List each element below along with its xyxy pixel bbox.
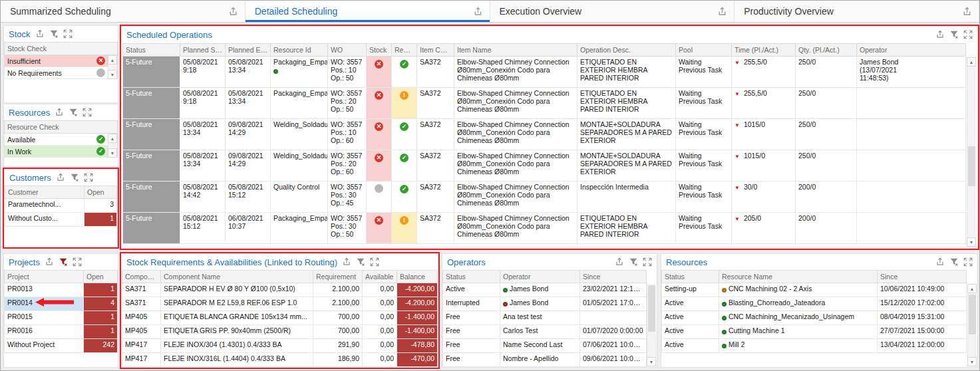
scroll-track[interactable]	[108, 64, 117, 70]
resource-row[interactable]: Active Mill 2 13/04/2021 12:00:00	[662, 339, 967, 353]
resource-status-cell[interactable]: Active	[662, 325, 719, 339]
pool-cell[interactable]: Waiting Previous Task	[676, 57, 732, 88]
column-header[interactable]: Open	[84, 186, 117, 199]
scroll-thumb[interactable]	[969, 295, 976, 334]
qty-cell[interactable]: 250/0	[796, 88, 857, 119]
qty-cell[interactable]: 200/0	[796, 213, 857, 244]
component-name-cell[interactable]: ETIQUETA BLANCA GRANDE 105x134 mm...	[161, 311, 313, 325]
resource-indicator-cell[interactable]	[392, 213, 417, 244]
expand-icon[interactable]	[73, 257, 82, 267]
requirement-cell[interactable]: 291,90	[313, 339, 363, 353]
scroll-up-button[interactable]	[108, 134, 117, 143]
available-cell[interactable]: 0,00	[363, 339, 397, 353]
filter-icon[interactable]	[59, 257, 68, 267]
scroll-thumb[interactable]	[968, 146, 975, 186]
column-header[interactable]: Resource Name	[719, 271, 878, 283]
stock-requirement-row[interactable]: SA371 SEPARADOR H EV Ø 80 Y Ø100 (0,5x10…	[122, 283, 438, 297]
customer-name-cell[interactable]: Parametechnol...	[5, 199, 84, 213]
project-row[interactable]: Without Project 242	[5, 339, 118, 353]
stock-indicator-cell[interactable]	[367, 182, 392, 213]
resource-since-cell[interactable]: 15/12/2020 17:02:00	[878, 297, 967, 311]
item-code-cell[interactable]: SA372	[417, 88, 454, 119]
pool-cell[interactable]: Waiting Previous Task	[676, 182, 732, 213]
resource-since-cell[interactable]: 10/06/2021 10:49:00	[878, 283, 967, 297]
project-name-cell[interactable]: PR0013	[5, 283, 84, 297]
column-header[interactable]: Operator	[857, 44, 966, 57]
resource-name-cell[interactable]: CNC Machining 02 - 2 Axis	[719, 283, 878, 297]
operator-status-cell[interactable]: Free	[443, 325, 500, 339]
status-cell[interactable]: 5-Future	[123, 182, 180, 213]
balance-cell[interactable]: -4.200,00	[397, 283, 438, 297]
operator-since-cell[interactable]	[580, 311, 647, 325]
expand-icon[interactable]	[82, 108, 92, 117]
expand-icon[interactable]	[370, 257, 379, 267]
customer-row[interactable]: Parametechnol... 3	[5, 199, 117, 213]
expand-icon[interactable]	[63, 29, 73, 39]
wo-cell[interactable]: WO: 3557 Pos.: 30 Op.: 50	[328, 213, 367, 244]
operation-desc-cell[interactable]: MONTAJE+SOLDADURA SEPARADORES M A PARED …	[577, 119, 676, 150]
scroll-up-button[interactable]	[967, 284, 977, 293]
resource-status-cell[interactable]: Active	[662, 339, 719, 353]
operator-since-cell[interactable]: 01/07/2020 0:00:00	[580, 325, 647, 339]
resource-status-cell[interactable]: Active	[662, 311, 719, 325]
view-tab[interactable]: Detailed Scheduling	[245, 1, 490, 22]
project-open-cell[interactable]: 1	[84, 283, 118, 297]
column-header[interactable]: Stock	[367, 44, 392, 57]
time-cell[interactable]: 1015/0	[732, 119, 796, 150]
qty-cell[interactable]: 250/0	[796, 150, 857, 182]
scroll-thumb[interactable]	[648, 285, 655, 332]
wo-cell[interactable]: WO: 3557 Pos.: 10 Op.: 50	[328, 57, 367, 88]
status-cell[interactable]: 5-Future	[123, 213, 180, 244]
operator-name-cell[interactable]: Carlos Test	[500, 325, 580, 339]
available-cell[interactable]: 0,00	[363, 283, 397, 297]
status-cell[interactable]: 5-Future	[123, 119, 180, 150]
customer-row[interactable]: Without Custo... 1	[5, 213, 117, 227]
scroll-track[interactable]	[967, 293, 977, 357]
resource-name-cell[interactable]: CNC Machining_Mecanizado_Usinagem	[719, 311, 878, 325]
resource-id-cell[interactable]: Welding_Soldadura_Soldadora	[271, 119, 328, 150]
operation-row[interactable]: 5-Future 05/08/2021 14:42 05/08/2021 15:…	[123, 182, 966, 213]
resource-since-cell[interactable]: 27/07/2021 15:00:00	[878, 325, 967, 339]
pool-cell[interactable]: Waiting Previous Task	[676, 88, 732, 119]
stock-requirement-row[interactable]: SA371 SEPARADOR M E2 L59,8 REF.06 ESP 1.…	[122, 297, 438, 311]
operation-row[interactable]: 5-Future 05/08/2021 13:34 09/08/2021 14:…	[123, 150, 966, 182]
component-name-cell[interactable]: SEPARADOR M E2 L59,8 REF.06 ESP 1.0	[161, 297, 313, 311]
planned-start-cell[interactable]: 05/08/2021 13:34	[180, 150, 226, 182]
column-header[interactable]: Stock Check	[5, 43, 118, 55]
qty-cell[interactable]: 250/0	[796, 57, 857, 88]
scroll-down-button[interactable]	[967, 237, 976, 247]
operator-cell[interactable]	[857, 119, 966, 150]
project-row[interactable]: PR0013 1	[5, 283, 118, 297]
resource-id-cell[interactable]: Welding_Soldadura_Soldadora	[271, 150, 328, 182]
column-header[interactable]: Reso...	[392, 44, 417, 57]
planned-start-cell[interactable]: 05/08/2021 9:18	[180, 57, 226, 88]
item-name-cell[interactable]: Elbow-Shaped Chimney Connection Ø80mm_Co…	[454, 213, 577, 244]
project-open-cell[interactable]: 4	[84, 297, 118, 311]
resource-id-cell[interactable]: Packaging_Empacado_Embalagem	[271, 213, 328, 244]
expand-icon[interactable]	[84, 173, 93, 182]
operator-name-cell[interactable]: James Bond	[500, 283, 580, 297]
available-cell[interactable]: 0,00	[363, 325, 397, 339]
column-header[interactable]: Balance	[397, 271, 438, 283]
export-icon[interactable]	[35, 29, 45, 39]
column-header[interactable]: Planned Start	[180, 44, 226, 57]
available-cell[interactable]: 0,00	[363, 311, 397, 325]
column-header[interactable]: Component	[122, 271, 161, 283]
operator-row[interactable]: Free Nombre - Apellido 09/06/2021 10:00:…	[443, 353, 647, 367]
column-header[interactable]: Component Name	[161, 271, 313, 283]
view-tab[interactable]: Summarized Scheduling	[1, 1, 245, 22]
resource-row[interactable]: Active CNC Machining_Mecanizado_Usinagem…	[662, 311, 967, 325]
operation-desc-cell[interactable]: ETIQUETADO EN EXTERIOR HEMBRA PARED INTE…	[577, 88, 676, 119]
resource-row[interactable]: Active Cutting Machine 1 27/07/2021 15:0…	[662, 325, 967, 339]
project-name-cell[interactable]: PR0016	[5, 325, 84, 339]
operator-status-cell[interactable]: Interrupted	[443, 297, 500, 311]
balance-cell[interactable]: -1.400,00	[397, 311, 438, 325]
filter-icon[interactable]	[629, 257, 638, 267]
item-name-cell[interactable]: Elbow-Shaped Chimney Connection Ø80mm_Co…	[454, 182, 577, 213]
operation-row[interactable]: 5-Future 05/08/2021 9:18 05/08/2021 13:3…	[123, 88, 966, 119]
item-code-cell[interactable]: SA372	[417, 182, 454, 213]
operator-cell[interactable]: James Bond (13/07/2021 11:48:53)	[857, 57, 966, 88]
stock-indicator-cell[interactable]	[367, 57, 392, 88]
operator-row[interactable]: Active James Bond 23/02/2021 12:10:04	[443, 283, 647, 297]
operator-since-cell[interactable]: 09/06/2021 10:00:00	[580, 353, 647, 367]
